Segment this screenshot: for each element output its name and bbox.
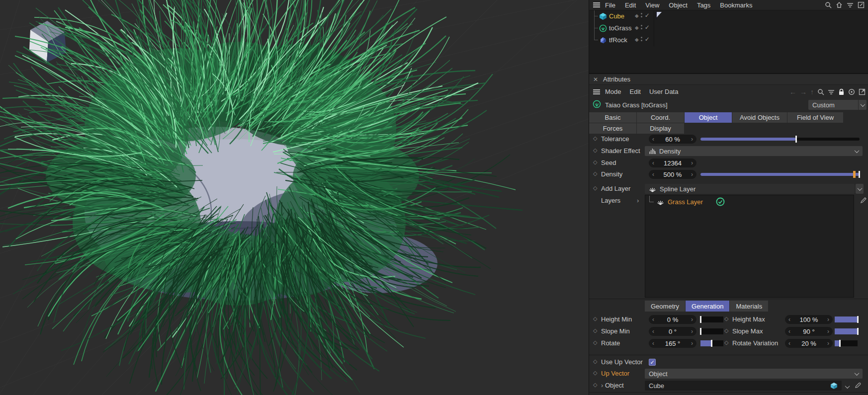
diamond-icon[interactable]: ◇: [593, 170, 597, 177]
use-up-vector-checkbox[interactable]: ✓: [649, 359, 656, 366]
spinner-decrement[interactable]: ‹: [652, 136, 654, 143]
viewport[interactable]: [0, 0, 589, 395]
object-name[interactable]: tfRock: [609, 36, 627, 44]
menu-edit[interactable]: Edit: [630, 88, 641, 95]
diamond-icon[interactable]: ◇: [593, 159, 597, 165]
object-name[interactable]: toGrass: [609, 24, 632, 32]
height-max-slider[interactable]: [835, 316, 858, 322]
diamond-icon[interactable]: ◇: [593, 382, 597, 388]
display-tag-icon[interactable]: [656, 11, 657, 19]
layer-icon[interactable]: ◆: [635, 13, 639, 18]
filter-icon[interactable]: [847, 1, 854, 8]
up-icon[interactable]: ↑: [810, 88, 814, 96]
diamond-icon[interactable]: ◇: [593, 370, 597, 376]
seed-spinner[interactable]: ‹ 12364 ›: [649, 158, 696, 167]
diamond-icon[interactable]: ◇: [593, 358, 597, 365]
chevron-down-icon[interactable]: [845, 384, 850, 389]
rotate-variation-value[interactable]: 20 %: [801, 340, 816, 347]
height-min-value[interactable]: 0 %: [667, 316, 678, 323]
diamond-icon[interactable]: ◇: [593, 316, 597, 322]
menu-file[interactable]: File: [605, 1, 615, 9]
search-icon[interactable]: [825, 1, 832, 8]
spinner-increment[interactable]: ›: [691, 159, 693, 166]
pen-icon[interactable]: [860, 197, 867, 204]
menu-tags[interactable]: Tags: [697, 1, 710, 9]
shader-effect-dropdown[interactable]: Density: [645, 146, 863, 156]
object-row-cube[interactable]: Cube ◆ ✓: [589, 10, 868, 22]
eyedropper-icon[interactable]: [855, 381, 862, 389]
slope-max-value[interactable]: 90 °: [803, 328, 814, 335]
diamond-icon[interactable]: ◇: [593, 135, 597, 142]
object-row-tfrock[interactable]: tfRock ◆ ✓: [589, 34, 868, 46]
rotate-slider[interactable]: [700, 340, 723, 346]
up-vector-dropdown[interactable]: Object: [645, 369, 863, 379]
menu-object[interactable]: Object: [669, 1, 688, 9]
slope-min-slider[interactable]: [700, 328, 723, 334]
seed-value[interactable]: 12364: [664, 159, 682, 167]
density-value[interactable]: 500 %: [664, 171, 682, 178]
tolerance-value[interactable]: 60 %: [665, 136, 680, 143]
spinner-increment[interactable]: ›: [691, 171, 693, 178]
diamond-icon[interactable]: ◇: [724, 327, 728, 334]
rotate-variation-spinner[interactable]: ‹20 %›: [785, 339, 833, 348]
tab-basic[interactable]: Basic: [589, 112, 636, 123]
menu-edit[interactable]: Edit: [625, 1, 636, 9]
diamond-icon[interactable]: ◇: [593, 185, 597, 191]
visibility-dots-icon[interactable]: [641, 36, 643, 42]
slope-max-slider[interactable]: [835, 328, 858, 334]
diamond-icon[interactable]: ◇: [593, 327, 597, 334]
target-icon[interactable]: [848, 88, 855, 95]
tolerance-slider[interactable]: [700, 138, 860, 141]
check-circle-icon[interactable]: [716, 197, 725, 206]
visibility-dots-icon[interactable]: [641, 12, 643, 18]
close-icon[interactable]: ✕: [593, 76, 598, 83]
rotate-spinner[interactable]: ‹165 °›: [649, 339, 696, 348]
hamburger-icon[interactable]: [593, 2, 600, 7]
add-layer-chevron[interactable]: [856, 184, 864, 194]
diamond-icon[interactable]: ◇: [593, 339, 597, 346]
menu-view[interactable]: View: [645, 1, 659, 9]
diamond-icon[interactable]: ◇: [724, 339, 728, 346]
back-icon[interactable]: ←: [789, 88, 796, 96]
height-min-slider[interactable]: [700, 316, 723, 322]
object-link-field[interactable]: Cube: [645, 381, 842, 391]
add-layer-dropdown[interactable]: Spline Layer: [645, 184, 855, 194]
tolerance-spinner[interactable]: ‹ 60 % ›: [649, 135, 696, 144]
density-slider[interactable]: [700, 173, 860, 176]
filter-icon[interactable]: [828, 88, 835, 95]
menu-user-data[interactable]: User Data: [649, 88, 679, 95]
home-icon[interactable]: [836, 1, 843, 8]
enabled-check-icon[interactable]: ✓: [645, 24, 650, 31]
spinner-decrement[interactable]: ‹: [652, 159, 654, 166]
slope-max-spinner[interactable]: ‹90 °›: [785, 327, 833, 336]
menu-mode[interactable]: Mode: [605, 88, 621, 95]
layer-item-grass[interactable]: Grass Layer: [645, 195, 854, 208]
menu-bookmarks[interactable]: Bookmarks: [720, 1, 752, 9]
layer-name[interactable]: Grass Layer: [668, 198, 703, 206]
tab-materials[interactable]: Materials: [730, 301, 768, 312]
layer-icon[interactable]: ◆: [635, 25, 639, 30]
enabled-check-icon[interactable]: ✓: [645, 36, 650, 43]
layer-icon[interactable]: ◆: [635, 37, 639, 42]
tab-avoid-objects[interactable]: Avoid Objects: [732, 112, 787, 123]
object-name[interactable]: Cube: [609, 12, 624, 20]
chevron-right-icon[interactable]: ›: [637, 197, 639, 204]
edit-box-icon[interactable]: [858, 1, 865, 8]
object-row-tograss[interactable]: toGrass ◆ ✓: [589, 22, 868, 34]
density-spinner[interactable]: ‹ 500 % ›: [649, 170, 696, 179]
visibility-dots-icon[interactable]: [641, 24, 643, 30]
layers-list[interactable]: Grass Layer: [645, 195, 854, 298]
rotate-variation-slider[interactable]: [835, 340, 858, 346]
forward-icon[interactable]: →: [800, 88, 807, 96]
preset-dropdown[interactable]: Custom: [808, 100, 867, 110]
tab-display[interactable]: Display: [637, 123, 684, 134]
height-max-value[interactable]: 100 %: [800, 316, 818, 323]
expander-icon[interactable]: ›: [601, 382, 603, 389]
tab-forces[interactable]: Forces: [589, 123, 636, 134]
search-icon[interactable]: [817, 88, 824, 95]
hamburger-icon[interactable]: [593, 89, 600, 94]
tab-coord[interactable]: Coord.: [637, 112, 684, 123]
tab-field-of-view[interactable]: Field of View: [787, 112, 843, 123]
tab-object[interactable]: Object: [685, 112, 732, 123]
rotate-value[interactable]: 165 °: [665, 340, 681, 347]
